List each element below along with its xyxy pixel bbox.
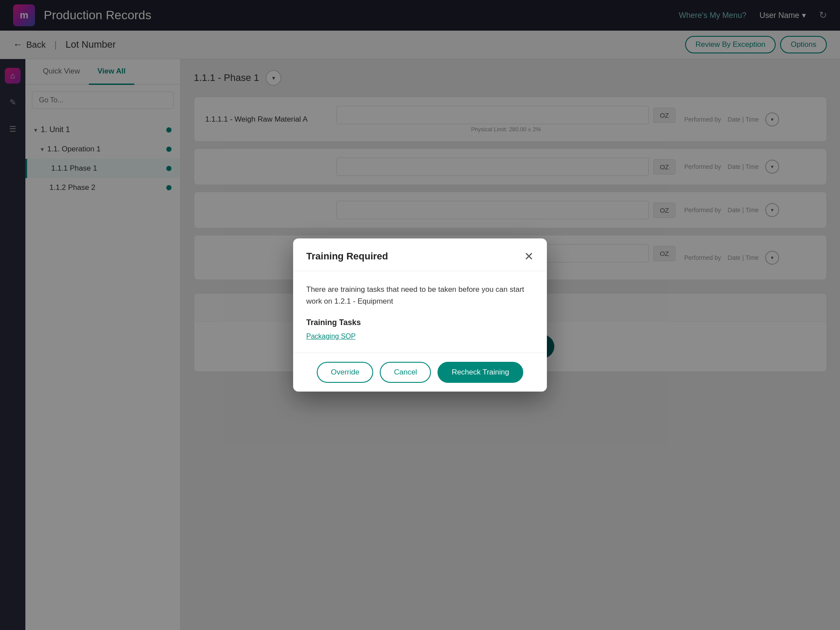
- cancel-button[interactable]: Cancel: [380, 362, 431, 383]
- recheck-training-button[interactable]: Recheck Training: [438, 362, 523, 383]
- modal-footer: Override Cancel Recheck Training: [293, 353, 547, 392]
- training-tasks-title: Training Tasks: [306, 318, 534, 327]
- modal-body: There are training tasks that need to be…: [293, 271, 547, 353]
- modal-title: Training Required: [306, 251, 388, 262]
- modal-close-button[interactable]: ✕: [524, 251, 534, 262]
- modal-message: There are training tasks that need to be…: [306, 284, 534, 307]
- modal-header: Training Required ✕: [293, 238, 547, 271]
- packaging-sop-link[interactable]: Packaging SOP: [306, 332, 356, 340]
- training-required-modal: Training Required ✕ There are training t…: [293, 238, 547, 392]
- override-button[interactable]: Override: [317, 362, 373, 383]
- modal-overlay: Training Required ✕ There are training t…: [0, 0, 840, 630]
